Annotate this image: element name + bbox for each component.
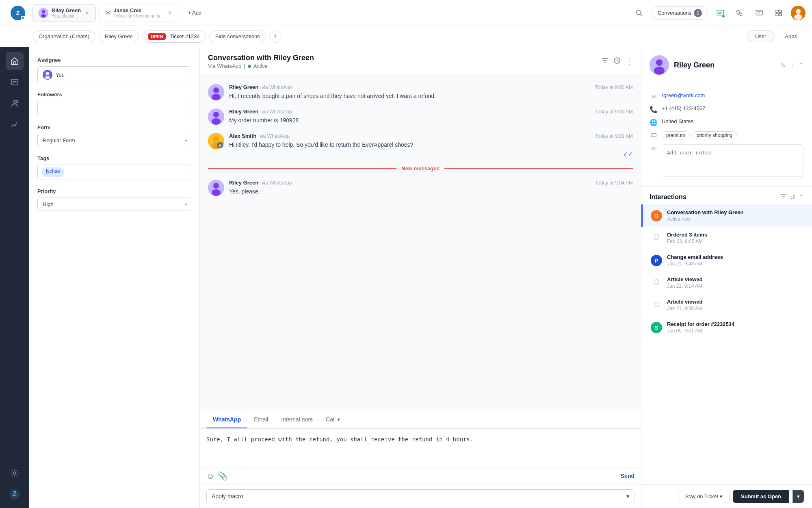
svg-point-26 xyxy=(213,87,219,93)
tab-riley-green[interactable]: Riley Green Yes, please. × xyxy=(32,4,96,22)
user-avatar-button[interactable] xyxy=(791,6,806,20)
sidebar-reports-button[interactable] xyxy=(6,115,24,133)
tab-janae-cole[interactable]: ✉ Janae Cole Hello, I am having an is...… xyxy=(99,4,179,22)
chat-icon-button[interactable] xyxy=(713,6,728,20)
macro-chevron-icon: ▾ xyxy=(626,493,629,499)
followers-input[interactable] xyxy=(37,101,191,116)
reply-area: WhatsApp Email Internal note Call ▾ Sure… xyxy=(200,411,641,484)
whatsapp-tab[interactable]: WhatsApp xyxy=(206,411,247,428)
reply-textarea[interactable]: Sure, I will proceed with the refund, yo… xyxy=(206,435,634,460)
conversations-button[interactable]: Conversations 0 xyxy=(652,6,708,20)
tab-janae-close[interactable]: × xyxy=(167,9,172,17)
interaction-orange-icon: O xyxy=(651,210,662,221)
interaction-item[interactable]: Ordered 3 items Feb 08, 9:05 AM xyxy=(641,227,812,249)
grid-icon-button[interactable] xyxy=(771,6,786,20)
side-conversations-label: Side conversations xyxy=(215,33,260,39)
interaction-item[interactable]: Article viewed Jan 21, 9:38 AM xyxy=(641,294,812,316)
interaction-dot-3 xyxy=(651,299,662,310)
user-tab-button[interactable]: User xyxy=(747,30,775,42)
call-tab[interactable]: Call ▾ xyxy=(319,411,346,428)
org-create-button[interactable]: Organization (Create) xyxy=(32,30,95,42)
attachment-icon[interactable]: 📎 xyxy=(218,471,228,481)
more-options-icon[interactable]: ⋮ xyxy=(626,57,633,66)
priority-field: Priority High ▾ xyxy=(37,188,191,211)
globe-icon: 🌐 xyxy=(650,119,658,126)
new-message-sender: Riley Green xyxy=(229,180,258,186)
internal-note-tab[interactable]: Internal note xyxy=(275,411,319,428)
refresh-interactions-icon[interactable]: ↺ xyxy=(790,193,795,201)
assignee-input[interactable]: You xyxy=(37,66,191,83)
user-email[interactable]: rgreen@work.com xyxy=(662,92,705,98)
side-conversations-button[interactable]: Side conversations xyxy=(209,30,266,42)
apps-tab-button[interactable]: Apps xyxy=(776,30,806,42)
messages-area: Riley Green via WhatsApp Today at 9:00 A… xyxy=(200,76,641,411)
interaction-item[interactable]: P Change email address Jan 21, 9:43 AM xyxy=(641,249,812,271)
interaction-item[interactable]: S Receipt for order #2232534 Jan 05, 9:0… xyxy=(641,316,812,339)
filter-interactions-icon[interactable] xyxy=(780,193,787,201)
sidebar-home-button[interactable] xyxy=(6,52,24,70)
email-tab[interactable]: Email xyxy=(247,411,275,428)
email-icon: ✉ xyxy=(105,9,110,17)
sidebar-settings-button[interactable] xyxy=(6,464,24,482)
new-messages-label: New messages xyxy=(401,165,439,172)
top-bar: Z Riley Green Yes, please. × ✉ Janae Col… xyxy=(0,0,812,26)
tags-label: Tags xyxy=(37,155,191,161)
svg-point-13 xyxy=(796,9,801,14)
sidebar-users-button[interactable] xyxy=(6,94,24,112)
add-tab-button[interactable]: + Add xyxy=(182,7,208,19)
interaction-article2-content: Article viewed Jan 21, 9:38 AM xyxy=(667,299,804,311)
message-2-sender: Riley Green xyxy=(229,109,258,115)
tag-icon: 🏷 xyxy=(650,132,658,139)
phone-icon: 📞 xyxy=(650,106,658,113)
message-icon-button[interactable] xyxy=(752,6,767,20)
user-tags-row: 🏷 premium priority shopping xyxy=(650,129,804,142)
priority-select[interactable]: High ▾ xyxy=(37,198,191,211)
search-button[interactable] xyxy=(632,6,647,20)
notes-icon: ✏ xyxy=(650,145,658,152)
send-button[interactable]: Send xyxy=(621,473,634,479)
filter-icon[interactable] xyxy=(601,57,608,66)
apply-macro-select[interactable]: Apply macro ▾ xyxy=(206,489,634,503)
interaction-dot-circle-3 xyxy=(654,302,659,307)
conversation-header: Conversation with Riley Green Via WhatsA… xyxy=(200,47,641,76)
interaction-email-sub: Jan 21, 9:43 AM xyxy=(667,261,804,267)
user-notes-textarea[interactable] xyxy=(662,144,804,177)
sidebar-zendesk-button[interactable]: Z xyxy=(6,485,24,503)
tab-riley-close[interactable]: × xyxy=(84,9,89,17)
message-1-sender: Riley Green xyxy=(229,84,258,90)
interaction-item[interactable]: Article viewed Jan 21, 9:14 AM xyxy=(641,271,812,294)
message-2-header: Riley Green via WhatsApp Today at 9:00 A… xyxy=(229,109,633,115)
chat-status-dot xyxy=(722,15,725,18)
interaction-conv-sub: Active now xyxy=(667,216,804,222)
interaction-item[interactable]: O Conversation with Riley Green Active n… xyxy=(641,204,812,227)
ticket-label: Ticket #1234 xyxy=(170,33,200,39)
svg-rect-10 xyxy=(776,13,778,16)
sidebar-tickets-button[interactable] xyxy=(6,73,24,91)
history-icon[interactable] xyxy=(613,57,621,66)
ticket-button[interactable]: OPEN Ticket #1234 xyxy=(142,30,206,43)
phone-icon-button[interactable] xyxy=(732,6,747,20)
edit-icon[interactable]: ✎ xyxy=(780,61,786,69)
tag-lychee[interactable]: lychee xyxy=(42,167,64,177)
more-options-user-icon[interactable]: ⋮ xyxy=(789,61,795,69)
new-message-content: Riley Green via WhatsApp Today at 9:04 A… xyxy=(229,180,633,196)
sub-nav-add-button[interactable]: + xyxy=(269,30,281,43)
tags-container[interactable]: lychee xyxy=(37,165,191,180)
svg-rect-8 xyxy=(776,10,778,13)
form-select[interactable]: Regular Form ▾ xyxy=(37,134,191,147)
stay-on-ticket-button[interactable]: Stay on Ticket ▾ xyxy=(678,490,730,503)
riley-green-nav-button[interactable]: Riley Green xyxy=(99,30,139,42)
svg-point-16 xyxy=(13,101,16,104)
svg-point-40 xyxy=(656,59,663,66)
user-avatar-large xyxy=(650,55,669,75)
reply-footer: ☺ 📎 Send xyxy=(200,467,641,484)
submit-dropdown-button[interactable]: ▾ xyxy=(793,490,804,503)
interaction-dot-1 xyxy=(651,232,662,243)
submit-as-open-button[interactable]: Submit as Open xyxy=(733,490,789,503)
left-panel: Assignee You Followers Form Regular Form… xyxy=(29,47,200,508)
email-tab-label: Email xyxy=(254,416,268,423)
collapse-interactions-icon[interactable]: ⌃ xyxy=(799,193,804,201)
conversations-label: Conversations xyxy=(658,10,691,16)
emoji-icon[interactable]: ☺ xyxy=(206,471,214,481)
collapse-user-icon[interactable]: ⌃ xyxy=(799,61,804,69)
